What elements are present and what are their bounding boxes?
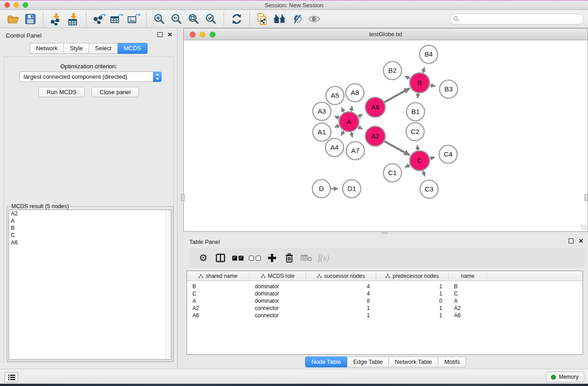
import-table-icon[interactable] bbox=[66, 12, 81, 26]
table-cell[interactable]: 1 bbox=[306, 312, 376, 319]
table-cell[interactable]: connector bbox=[249, 312, 306, 319]
table-cell[interactable]: A bbox=[187, 297, 249, 305]
float-table-panel-icon[interactable] bbox=[569, 238, 574, 243]
home-icon[interactable] bbox=[272, 12, 287, 26]
table-cell[interactable]: C bbox=[449, 290, 487, 297]
save-session-icon[interactable] bbox=[23, 12, 38, 26]
node-table[interactable]: shared nameMCDS rolesuccessor nodesprede… bbox=[186, 271, 583, 355]
column-header[interactable]: MCDS role bbox=[249, 271, 306, 281]
resize-handle-west[interactable] bbox=[181, 194, 185, 201]
graph-node-c3[interactable]: C3 bbox=[420, 180, 438, 198]
graph-edge[interactable] bbox=[423, 171, 425, 176]
graph-edge[interactable] bbox=[430, 157, 435, 159]
table-settings-icon[interactable]: ⚙ bbox=[196, 251, 211, 265]
table-row[interactable]: A2connector11A2 bbox=[187, 305, 583, 312]
graph-edge[interactable] bbox=[335, 125, 339, 127]
graph-edge[interactable] bbox=[405, 76, 410, 78]
result-item[interactable]: B bbox=[9, 224, 171, 232]
graph-node-a5[interactable]: A5 bbox=[326, 86, 344, 105]
column-header[interactable]: successor nodes bbox=[306, 271, 376, 281]
memory-button[interactable]: Memory bbox=[546, 372, 584, 382]
tab-edge-table[interactable]: Edge Table bbox=[347, 357, 389, 367]
graph-edge[interactable] bbox=[405, 165, 410, 167]
graph-edge[interactable] bbox=[358, 127, 363, 129]
graph-edge[interactable] bbox=[417, 145, 418, 151]
graph-edge[interactable] bbox=[335, 116, 339, 118]
tab-network-table[interactable]: Network Table bbox=[389, 357, 438, 367]
table-row[interactable]: Cdominator41C bbox=[187, 290, 583, 297]
table-cell[interactable]: 0 bbox=[376, 297, 449, 305]
table-cell[interactable]: 8 bbox=[306, 297, 376, 305]
graph-node-a4[interactable]: A4 bbox=[325, 138, 344, 157]
network-window-titlebar[interactable]: testGlobe.txt bbox=[184, 29, 588, 40]
scrollbar-track[interactable] bbox=[165, 210, 171, 359]
graph-edge[interactable] bbox=[341, 107, 344, 112]
network-canvas[interactable]: AA1A2A3A4A5A6A7A8BB1B2B3B4CC1C2C3C4DD1 bbox=[184, 40, 588, 231]
table-cell[interactable]: A2 bbox=[187, 305, 249, 312]
table-cell[interactable]: 1 bbox=[306, 305, 376, 312]
graph-node-a6[interactable]: A6 bbox=[365, 97, 385, 117]
resize-handle-east[interactable] bbox=[584, 194, 588, 201]
select-all-icon[interactable] bbox=[230, 251, 245, 265]
refresh-icon[interactable] bbox=[229, 12, 244, 26]
table-cell[interactable]: dominator bbox=[249, 297, 306, 305]
graph-node-a[interactable]: A bbox=[339, 112, 359, 132]
table-cell[interactable]: C bbox=[187, 290, 249, 297]
divider-grabber[interactable] bbox=[382, 232, 387, 234]
zoom-selected-icon[interactable] bbox=[204, 12, 218, 26]
graph-node-b3[interactable]: B3 bbox=[440, 80, 458, 98]
table-cell[interactable]: 1 bbox=[376, 283, 449, 290]
zoom-in-icon[interactable] bbox=[152, 12, 167, 26]
graph-node-a7[interactable]: A7 bbox=[346, 142, 364, 160]
criterion-dropdown[interactable]: largest connected component (directed) bbox=[19, 71, 162, 82]
graph-edge[interactable] bbox=[423, 67, 425, 73]
clone-network-icon[interactable] bbox=[255, 12, 270, 26]
import-network-icon[interactable] bbox=[49, 12, 63, 26]
table-cell[interactable]: A2 bbox=[449, 305, 487, 312]
tab-mcds[interactable]: MCDS bbox=[118, 43, 147, 54]
table-row[interactable]: Adominator80A bbox=[187, 297, 583, 305]
add-row-icon[interactable] bbox=[264, 251, 280, 265]
search-field[interactable] bbox=[449, 14, 584, 24]
column-header[interactable]: shared name bbox=[187, 271, 249, 281]
network-graph[interactable]: AA1A2A3A4A5A6A7A8BB1B2B3B4CC1C2C3C4DD1 bbox=[184, 40, 588, 231]
table-cell[interactable]: 1 bbox=[376, 290, 449, 297]
table-cell[interactable]: 4 bbox=[306, 290, 376, 297]
graph-node-b2[interactable]: B2 bbox=[383, 62, 402, 80]
table-cell[interactable]: 1 bbox=[376, 312, 449, 319]
graph-node-a3[interactable]: A3 bbox=[313, 102, 331, 120]
open-session-icon[interactable] bbox=[6, 12, 20, 26]
table-cell[interactable]: A6 bbox=[449, 312, 487, 319]
export-table-icon[interactable] bbox=[109, 12, 124, 26]
table-cell[interactable]: connector bbox=[249, 305, 306, 312]
graph-node-c4[interactable]: C4 bbox=[439, 145, 457, 163]
table-row[interactable]: A6connector11A6 bbox=[187, 312, 583, 319]
graph-node-d[interactable]: D bbox=[312, 180, 330, 198]
tab-style[interactable]: Style bbox=[64, 43, 89, 54]
graph-edge[interactable] bbox=[351, 106, 352, 111]
table-cell[interactable]: dominator bbox=[249, 283, 306, 290]
table-cell[interactable]: dominator bbox=[249, 290, 306, 297]
result-item[interactable]: A6 bbox=[9, 239, 171, 246]
table-cell[interactable]: A6 bbox=[187, 312, 249, 319]
result-item[interactable]: A bbox=[9, 217, 171, 224]
graph-edge[interactable] bbox=[430, 85, 435, 86]
close-panel-icon[interactable]: ✕ bbox=[167, 32, 172, 37]
tab-node-table[interactable]: Node Table bbox=[305, 357, 348, 367]
graph-node-d1[interactable]: D1 bbox=[343, 180, 361, 198]
graph-edge[interactable] bbox=[351, 132, 353, 137]
run-mcds-button[interactable]: Run MCDS bbox=[38, 87, 85, 97]
table-cell[interactable]: A bbox=[449, 297, 487, 305]
table-cell[interactable]: 4 bbox=[306, 283, 376, 290]
graph-node-a2[interactable]: A2 bbox=[365, 126, 385, 146]
table-cell[interactable]: B bbox=[449, 283, 487, 290]
eye-icon[interactable] bbox=[307, 12, 321, 26]
export-image-icon[interactable] bbox=[126, 12, 141, 26]
zoom-out-icon[interactable] bbox=[169, 12, 184, 26]
delete-row-icon[interactable] bbox=[282, 251, 297, 265]
tab-network[interactable]: Network bbox=[29, 43, 64, 54]
tab-motifs[interactable]: Motifs bbox=[438, 357, 466, 367]
close-panel-button[interactable]: Close panel bbox=[91, 87, 139, 97]
column-header[interactable]: name bbox=[449, 271, 487, 281]
tab-select[interactable]: Select bbox=[89, 43, 118, 54]
